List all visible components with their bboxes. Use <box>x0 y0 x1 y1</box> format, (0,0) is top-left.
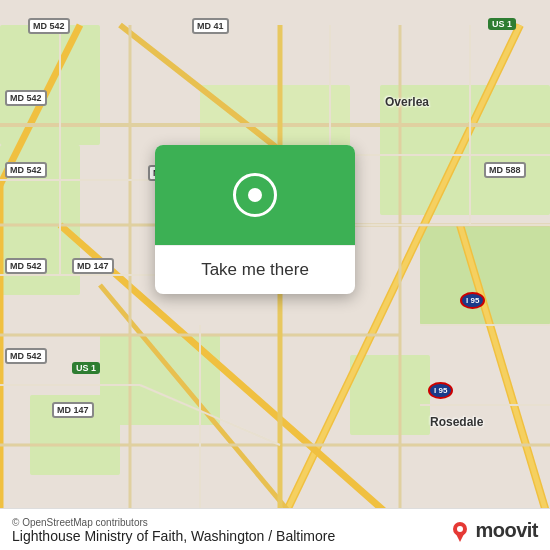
road-badge-md147-bot: MD 147 <box>52 402 94 418</box>
road-badge-md542-3: MD 542 <box>5 162 47 178</box>
osm-credit: © OpenStreetMap contributors <box>12 517 335 528</box>
svg-rect-6 <box>350 355 430 435</box>
road-badge-md147: MD 147 <box>72 258 114 274</box>
road-badge-us1-top: US 1 <box>488 18 516 30</box>
road-badge-md542-2: MD 542 <box>5 90 47 106</box>
svg-point-39 <box>457 526 463 532</box>
moovit-text: moovit <box>475 519 538 542</box>
road-badge-md542-4: MD 542 <box>5 258 47 274</box>
location-title: Lighthouse Ministry of Faith, Washington… <box>12 528 335 544</box>
take-me-there-button[interactable]: Take me there <box>155 245 355 294</box>
road-badge-md41: MD 41 <box>192 18 229 34</box>
road-badge-md588: MD 588 <box>484 162 526 178</box>
pin-dot <box>248 188 262 202</box>
place-label-rosedale: Rosedale <box>430 415 483 429</box>
bottom-bar: © OpenStreetMap contributors Lighthouse … <box>0 508 550 550</box>
svg-marker-38 <box>456 534 464 542</box>
bottom-left-info: © OpenStreetMap contributors Lighthouse … <box>12 517 335 544</box>
moovit-logo[interactable]: moovit <box>449 519 538 542</box>
road-badge-us1-bot: US 1 <box>72 362 100 374</box>
moovit-pin-icon <box>449 520 471 542</box>
road-badge-md542-1: MD 542 <box>28 18 70 34</box>
pin-circle <box>233 173 277 217</box>
location-pin-icon <box>233 173 277 217</box>
map-container: Overlea Rosedale MD 542 MD 41 US 1 MD 54… <box>0 0 550 550</box>
popup-green-area <box>155 145 355 245</box>
place-label-overlea: Overlea <box>385 95 429 109</box>
popup-card: Take me there <box>155 145 355 294</box>
road-badge-md542-5: MD 542 <box>5 348 47 364</box>
